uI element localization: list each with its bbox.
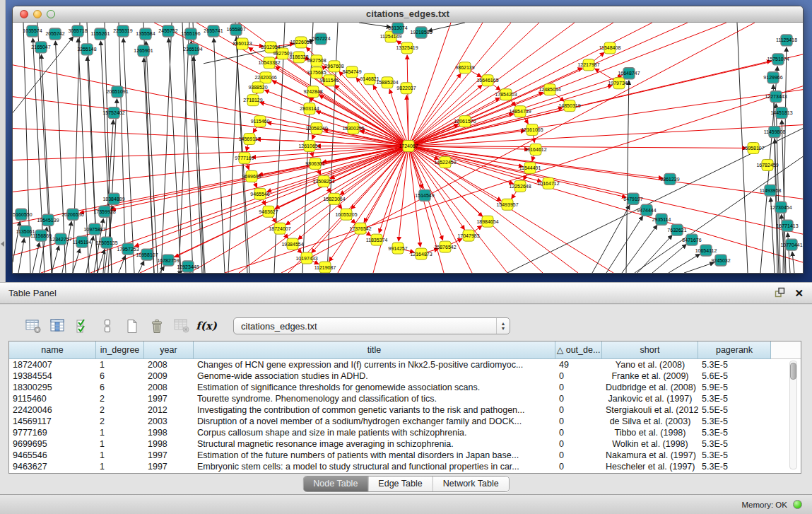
table-cell-pagerank[interactable]: 5.5E-5 bbox=[698, 405, 771, 415]
trash-icon[interactable] bbox=[146, 315, 167, 337]
table-cell-name[interactable]: 18724007 bbox=[9, 360, 96, 370]
tab-network-table[interactable]: Network Table bbox=[433, 477, 509, 491]
table-row[interactable]: 911546021997Tourette syndrome. Phenomeno… bbox=[9, 393, 801, 404]
table-cell-title[interactable]: Disruption of a novel member of a sodium… bbox=[194, 416, 555, 426]
table-row[interactable]: 2242004622012Investigating the contribut… bbox=[9, 404, 801, 416]
table-cell-title[interactable]: Corpus callosum shape and size in male p… bbox=[194, 428, 555, 438]
function-icon[interactable]: f(x) bbox=[196, 315, 217, 337]
column-visibility-icon[interactable] bbox=[47, 315, 69, 337]
table-row[interactable]: 1456911722003Disruption of a novel membe… bbox=[9, 416, 801, 427]
table-cell-in_degree[interactable]: 1 bbox=[96, 439, 144, 449]
table-row[interactable]: 946554611997Estimation of the future num… bbox=[9, 450, 801, 461]
table-cell-title[interactable]: Tourette syndrome. Phenomenology and cla… bbox=[194, 394, 555, 404]
table-cell-short[interactable]: Hescheler et al. (1997) bbox=[602, 462, 698, 472]
table-row[interactable]: 977716911998Corpus callosum shape and si… bbox=[9, 427, 801, 438]
table-cell-in_degree[interactable]: 1 bbox=[96, 428, 144, 438]
vertical-scrollbar[interactable] bbox=[789, 361, 797, 469]
table-cell-year[interactable]: 1997 bbox=[144, 394, 194, 404]
table-cell-pagerank[interactable]: 5.3E-5 bbox=[698, 439, 771, 449]
table-cell-short[interactable]: Stergiakouli et al. (2012) bbox=[602, 405, 698, 415]
table-cell-out_degree[interactable]: 0 bbox=[555, 394, 602, 404]
table-cell-year[interactable]: 2012 bbox=[144, 405, 194, 415]
table-cell-name[interactable]: 9465546 bbox=[9, 450, 96, 460]
table-cell-title[interactable]: Changes of HCN gene expression and I(f) … bbox=[194, 360, 555, 370]
table-cell-name[interactable]: 19384554 bbox=[9, 371, 96, 381]
grip-icon[interactable] bbox=[97, 315, 118, 337]
table-cell-out_degree[interactable]: 0 bbox=[555, 382, 602, 392]
table-cell-title[interactable]: Genome-wide association studies in ADHD. bbox=[194, 371, 555, 381]
table-cell-title[interactable]: Embryonic stem cells: a model to study s… bbox=[194, 462, 555, 472]
table-cell-short[interactable]: Dudbridge et al. (2008) bbox=[602, 382, 698, 392]
table-cell-year[interactable]: 2008 bbox=[144, 382, 194, 392]
zoom-window-button[interactable] bbox=[47, 10, 55, 18]
table-cell-year[interactable]: 1997 bbox=[144, 450, 194, 460]
minimize-window-button[interactable] bbox=[33, 10, 42, 18]
table-cell-name[interactable]: 14569117 bbox=[9, 416, 96, 426]
table-cell-name[interactable]: 22420046 bbox=[9, 405, 96, 415]
table-row[interactable]: 1830029562008Estimation of significance … bbox=[9, 382, 801, 393]
table-cell-in_degree[interactable]: 2 bbox=[96, 394, 144, 404]
table-cell-in_degree[interactable]: 6 bbox=[96, 382, 144, 392]
table-cell-short[interactable]: Yano et al. (2008) bbox=[602, 360, 698, 370]
table-cell-title[interactable]: Structural magnetic resonance image aver… bbox=[194, 439, 555, 449]
column-header-pagerank[interactable]: pagerank bbox=[698, 341, 771, 359]
column-header-name[interactable]: name bbox=[9, 341, 96, 359]
delete-table-icon[interactable] bbox=[171, 315, 192, 337]
table-row[interactable]: 1938455462009Genome-wide association stu… bbox=[9, 370, 801, 382]
row-checks-icon[interactable] bbox=[72, 315, 93, 337]
table-cell-year[interactable]: 2008 bbox=[144, 360, 194, 370]
table-cell-title[interactable]: Investigating the contribution of common… bbox=[194, 405, 555, 415]
table-cell-in_degree[interactable]: 1 bbox=[96, 360, 144, 370]
table-cell-pagerank[interactable]: 5.3E-5 bbox=[698, 394, 771, 404]
float-panel-icon[interactable] bbox=[775, 287, 785, 300]
table-cell-in_degree[interactable]: 2 bbox=[96, 416, 144, 426]
table-cell-year[interactable]: 2009 bbox=[144, 371, 194, 381]
network-window[interactable]: citations_edges.txt 17240678860123891295… bbox=[12, 6, 804, 274]
table-cell-short[interactable]: Wolkin et al. (1998) bbox=[602, 439, 698, 449]
network-canvas[interactable]: 1724067886012389129541822605898275091054… bbox=[13, 23, 803, 273]
table-cell-out_degree[interactable]: 0 bbox=[555, 450, 602, 460]
table-cell-out_degree[interactable]: 0 bbox=[555, 405, 602, 415]
close-panel-icon[interactable]: ✕ bbox=[794, 288, 804, 298]
table-cell-pagerank[interactable]: 5.3E-5 bbox=[698, 462, 771, 472]
table-cell-pagerank[interactable]: 5.3E-5 bbox=[698, 428, 771, 438]
table-cell-in_degree[interactable]: 1 bbox=[96, 462, 144, 472]
column-header-out_degree[interactable]: △ out_de... bbox=[555, 341, 602, 359]
table-cell-name[interactable]: 18300295 bbox=[9, 382, 96, 392]
table-cell-out_degree[interactable]: 0 bbox=[555, 428, 602, 438]
new-file-icon[interactable] bbox=[122, 315, 143, 337]
window-titlebar[interactable]: citations_edges.txt bbox=[13, 6, 803, 23]
table-cell-in_degree[interactable]: 6 bbox=[96, 371, 144, 381]
table-cell-name[interactable]: 9115460 bbox=[9, 394, 96, 404]
table-cell-short[interactable]: Franke et al. (2009) bbox=[602, 371, 698, 381]
column-header-in_degree[interactable]: in_degree bbox=[96, 341, 144, 359]
table-cell-name[interactable]: 9777169 bbox=[9, 428, 96, 438]
table-cell-in_degree[interactable]: 2 bbox=[96, 405, 144, 415]
table-cell-year[interactable]: 1997 bbox=[144, 462, 194, 472]
table-cell-name[interactable]: 9463627 bbox=[9, 462, 96, 472]
column-header-title[interactable]: title bbox=[194, 341, 555, 359]
table-cell-out_degree[interactable]: 0 bbox=[555, 439, 602, 449]
table-cell-title[interactable]: Estimation of significance thresholds fo… bbox=[194, 382, 555, 392]
table-cell-out_degree[interactable]: 0 bbox=[555, 371, 602, 381]
table-cell-year[interactable]: 1998 bbox=[144, 428, 194, 438]
table-select-dropdown[interactable]: citations_edges.txt ▲ ▼ bbox=[233, 317, 510, 334]
table-cell-year[interactable]: 2003 bbox=[144, 416, 194, 426]
table-cell-out_degree[interactable]: 49 bbox=[555, 360, 602, 370]
table-cell-title[interactable]: Estimation of the future numbers of pati… bbox=[194, 450, 555, 460]
table-row[interactable]: 1872400712008Changes of HCN gene express… bbox=[9, 359, 801, 370]
table-cell-out_degree[interactable]: 0 bbox=[555, 462, 602, 472]
table-cell-name[interactable]: 9699695 bbox=[9, 439, 96, 449]
table-cell-short[interactable]: Jankovic et al. (1997) bbox=[602, 394, 698, 404]
table-cell-out_degree[interactable]: 0 bbox=[555, 416, 602, 426]
table-settings-icon[interactable] bbox=[23, 315, 44, 337]
column-header-short[interactable]: short bbox=[602, 341, 698, 359]
table-row[interactable]: 946362711997Embryonic stem cells: a mode… bbox=[9, 461, 801, 472]
tab-edge-table[interactable]: Edge Table bbox=[367, 477, 432, 491]
scrollbar-thumb[interactable] bbox=[790, 363, 796, 380]
table-cell-pagerank[interactable]: 5.6E-5 bbox=[698, 371, 771, 381]
table-cell-short[interactable]: Nakamura et al. (1997) bbox=[602, 450, 698, 460]
tab-node-table[interactable]: Node Table bbox=[303, 477, 367, 491]
table-cell-pagerank[interactable]: 5.3E-5 bbox=[698, 450, 771, 460]
table-row[interactable]: 969969511998Structural magnetic resonanc… bbox=[9, 438, 801, 450]
